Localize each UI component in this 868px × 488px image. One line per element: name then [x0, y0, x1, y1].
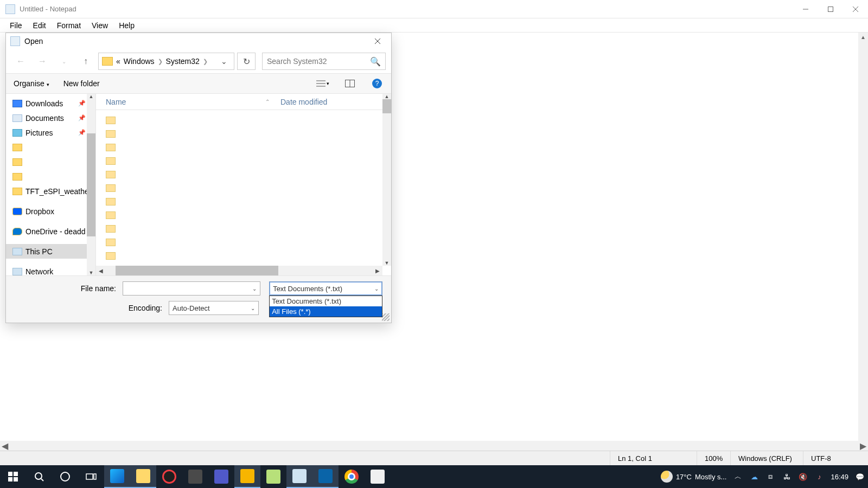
scroll-up-icon[interactable]: ▲ [858, 33, 868, 42]
help-button[interactable]: ? [371, 77, 384, 90]
search-icon[interactable]: 🔍 [370, 56, 381, 67]
navpane-scrollbar[interactable]: ▲ ▼ [87, 94, 95, 275]
nav-recent-chevron-icon[interactable]: ⌄ [55, 53, 73, 70]
file-row[interactable] [96, 154, 391, 168]
menu-format[interactable]: Format [52, 20, 86, 31]
file-row[interactable] [96, 181, 391, 195]
taskbar-edge[interactable] [104, 465, 130, 488]
breadcrumb[interactable]: « Windows ❯ System32 ❯ ⌄ [98, 53, 234, 70]
nav-item[interactable]: TFT_eSPI_weathe [6, 184, 95, 198]
new-folder-button[interactable]: New folder [63, 79, 100, 88]
minimize-button[interactable] [793, 0, 818, 18]
scroll-left-icon[interactable]: ◀ [0, 441, 10, 451]
taskbar-paint[interactable] [365, 465, 391, 488]
refresh-button[interactable]: ↻ [237, 53, 256, 70]
menu-view[interactable]: View [86, 20, 113, 31]
breadcrumb-history-chevron-icon[interactable]: ⌄ [218, 57, 231, 66]
nav-item[interactable]: Downloads📌 [6, 96, 95, 111]
tray-onedrive-icon[interactable]: ☁ [749, 472, 759, 481]
filetype-option[interactable]: Text Documents (*.txt) [270, 296, 382, 306]
filename-combo[interactable]: ⌄ [123, 281, 260, 296]
nav-item[interactable] [6, 140, 95, 155]
tray-weather[interactable]: 17°C Mostly s... [661, 471, 727, 483]
taskbar-chrome[interactable] [339, 465, 365, 488]
taskbar-notepadpp[interactable] [260, 465, 286, 488]
nav-item[interactable]: Network [6, 264, 95, 275]
taskbar-notepad[interactable] [286, 465, 312, 488]
file-row[interactable] [96, 195, 391, 208]
file-row[interactable] [96, 127, 391, 140]
nav-item[interactable]: Pictures📌 [6, 125, 95, 140]
tray-chevron-up-icon[interactable]: ︿ [733, 472, 743, 481]
start-button[interactable] [0, 465, 26, 488]
dialog-close-button[interactable] [368, 34, 387, 49]
scrollbar-thumb[interactable] [87, 133, 95, 236]
scrollbar-thumb[interactable] [382, 99, 391, 113]
file-row[interactable] [96, 208, 391, 222]
nav-forward-button[interactable]: → [33, 53, 52, 70]
cortana-button[interactable] [52, 465, 78, 488]
nav-item[interactable]: This PC [6, 244, 95, 259]
search-input[interactable] [267, 57, 370, 66]
filetype-option[interactable]: All Files (*.*) [270, 306, 382, 317]
search-box[interactable]: 🔍 [262, 53, 386, 70]
chevron-down-icon[interactable]: ⌄ [251, 305, 255, 311]
organise-button[interactable]: Organise ▾ [14, 79, 49, 88]
menu-file[interactable]: File [4, 20, 28, 31]
scroll-up-icon[interactable]: ▲ [89, 94, 94, 99]
nav-item[interactable]: Documents📌 [6, 111, 95, 125]
editor-horizontal-scrollbar[interactable]: ◀ ▶ [0, 441, 868, 451]
menu-help[interactable]: Help [113, 20, 140, 31]
maximize-button[interactable] [818, 0, 843, 18]
close-button[interactable] [843, 0, 868, 18]
search-button[interactable] [26, 465, 52, 488]
chevron-down-icon[interactable]: ⌄ [252, 286, 257, 292]
encoding-combo[interactable]: Auto-Detect ⌄ [169, 301, 259, 315]
nav-item[interactable]: OneDrive - deadd [6, 224, 95, 239]
taskbar-app-6[interactable] [234, 465, 260, 488]
tray-volume-icon[interactable]: 🔇 [798, 472, 808, 481]
taskbar-app-5[interactable] [208, 465, 234, 488]
editor-vertical-scrollbar[interactable]: ▲ ▼ [858, 33, 868, 451]
breadcrumb-seg1[interactable]: Windows [124, 57, 155, 66]
file-row[interactable] [96, 113, 391, 127]
filetype-combo[interactable]: Text Documents (*.txt) ⌄ Text Documents … [269, 281, 382, 296]
chevron-down-icon[interactable]: ⌄ [374, 286, 379, 292]
scroll-down-icon[interactable]: ▼ [89, 270, 94, 275]
taskbar-outlook[interactable] [312, 465, 339, 488]
nav-item[interactable] [6, 155, 95, 169]
column-date-modified[interactable]: Date modified [275, 98, 391, 106]
scroll-down-icon[interactable]: ▼ [385, 260, 390, 266]
scrollbar-thumb[interactable] [116, 266, 278, 275]
nav-item[interactable] [6, 169, 95, 184]
preview-pane-button[interactable] [343, 77, 356, 90]
taskbar-explorer[interactable] [130, 465, 156, 488]
scroll-left-icon[interactable]: ◀ [96, 268, 106, 274]
scroll-right-icon[interactable]: ▶ [373, 268, 382, 274]
file-row[interactable] [96, 140, 391, 154]
resize-grip[interactable] [382, 313, 390, 321]
tray-app-icon[interactable]: ♪ [814, 472, 824, 481]
file-row[interactable] [96, 222, 391, 235]
taskbar-app-4[interactable] [182, 465, 208, 488]
file-row[interactable] [96, 168, 391, 181]
column-name[interactable]: Name ⌃ [96, 98, 275, 106]
scroll-right-icon[interactable]: ▶ [858, 441, 868, 451]
file-row[interactable] [96, 235, 391, 249]
file-row[interactable] [96, 249, 391, 262]
tray-clock[interactable]: 16:49 [831, 473, 848, 481]
menu-edit[interactable]: Edit [28, 20, 52, 31]
nav-item[interactable]: Dropbox [6, 204, 95, 219]
filelist-horizontal-scrollbar[interactable]: ◀ ▶ [96, 266, 382, 275]
task-view-button[interactable] [78, 465, 104, 488]
tray-dropbox-icon[interactable]: ⧈ [765, 472, 775, 481]
scroll-up-icon[interactable]: ▲ [385, 94, 390, 99]
filelist-vertical-scrollbar[interactable]: ▲ ▼ [382, 94, 391, 266]
breadcrumb-seg2[interactable]: System32 [166, 57, 200, 66]
tray-notifications-icon[interactable]: 💬 [855, 472, 865, 481]
view-options-button[interactable]: ▾ [316, 77, 329, 90]
taskbar-app-3[interactable] [156, 465, 182, 488]
nav-back-button[interactable]: ← [11, 53, 30, 70]
nav-up-button[interactable]: ↑ [76, 53, 95, 70]
tray-network-icon[interactable]: 🖧 [782, 472, 792, 481]
